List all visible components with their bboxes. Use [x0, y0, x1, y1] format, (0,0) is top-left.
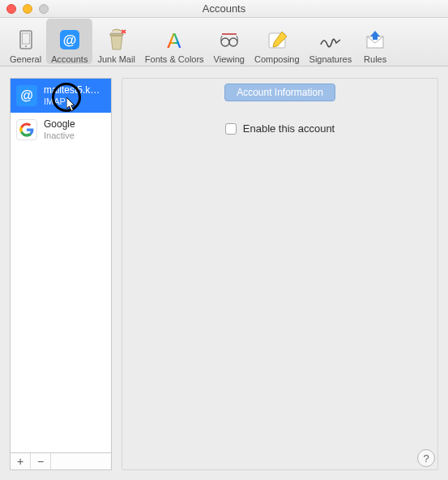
enable-account-row: Enable this account [225, 122, 335, 135]
enable-account-label: Enable this account [243, 122, 335, 135]
tab-account-information[interactable]: Account Information [224, 84, 335, 101]
compose-icon [263, 28, 291, 53]
account-subtitle: Inactive [44, 131, 75, 141]
svg-rect-1 [22, 33, 29, 44]
toolbar-label: Accounts [51, 54, 87, 64]
at-icon: @ [16, 85, 37, 106]
account-name: mailtest5.k… [44, 85, 100, 96]
svg-rect-5 [110, 33, 123, 36]
account-detail-pane: Account Information Enable this account [122, 78, 438, 470]
account-name: Google [44, 119, 75, 131]
accounts-list: @ mailtest5.k… IMAP Google Inactive [10, 78, 112, 452]
toolbar-junk-mail[interactable]: Junk Mail [92, 19, 139, 64]
toolbar-signatures[interactable]: Signatures [305, 19, 357, 64]
svg-point-10 [229, 38, 237, 46]
trash-icon [103, 28, 130, 53]
toolbar-label: Signatures [309, 54, 352, 64]
help-button[interactable]: ? [417, 449, 435, 467]
preferences-toolbar: General @ Accounts Junk Mail A Fonts & C… [0, 18, 448, 66]
general-icon [12, 28, 40, 53]
sidebar-buttons: + − [10, 452, 112, 470]
svg-text:@: @ [62, 32, 76, 48]
google-icon [16, 119, 37, 140]
svg-text:A: A [168, 28, 182, 53]
toolbar-composing[interactable]: Composing [250, 19, 305, 64]
remove-account-button[interactable]: − [31, 453, 51, 469]
enable-account-checkbox[interactable] [225, 123, 237, 135]
accounts-sidebar: @ mailtest5.k… IMAP Google Inactive + − [10, 78, 112, 470]
toolbar-label: Viewing [214, 54, 245, 64]
glasses-icon [215, 28, 243, 53]
at-icon: @ [56, 28, 83, 53]
signature-icon [317, 28, 344, 53]
toolbar-label: Junk Mail [97, 54, 134, 64]
account-subtitle: IMAP [44, 96, 100, 107]
toolbar-label: General [10, 54, 41, 64]
account-row[interactable]: Google Inactive [11, 113, 111, 147]
body: @ mailtest5.k… IMAP Google Inactive + − [0, 66, 448, 480]
titlebar: Accounts [0, 0, 448, 18]
toolbar-accounts[interactable]: @ Accounts [46, 19, 92, 64]
sidebar-spacer [51, 453, 111, 469]
toolbar-general[interactable]: General [5, 19, 46, 64]
toolbar-label: Rules [364, 54, 386, 64]
font-icon: A [160, 28, 188, 53]
svg-point-9 [221, 38, 229, 46]
toolbar-label: Composing [254, 54, 300, 64]
toolbar-viewing[interactable]: Viewing [209, 19, 250, 64]
window-title: Accounts [0, 2, 448, 15]
account-row[interactable]: @ mailtest5.k… IMAP [11, 79, 111, 113]
toolbar-fonts-colors[interactable]: A Fonts & Colors [140, 19, 209, 64]
svg-point-2 [24, 45, 26, 47]
toolbar-label: Fonts & Colors [145, 54, 204, 64]
rules-icon [361, 28, 389, 53]
toolbar-rules[interactable]: Rules [356, 19, 394, 64]
add-account-button[interactable]: + [11, 453, 31, 469]
